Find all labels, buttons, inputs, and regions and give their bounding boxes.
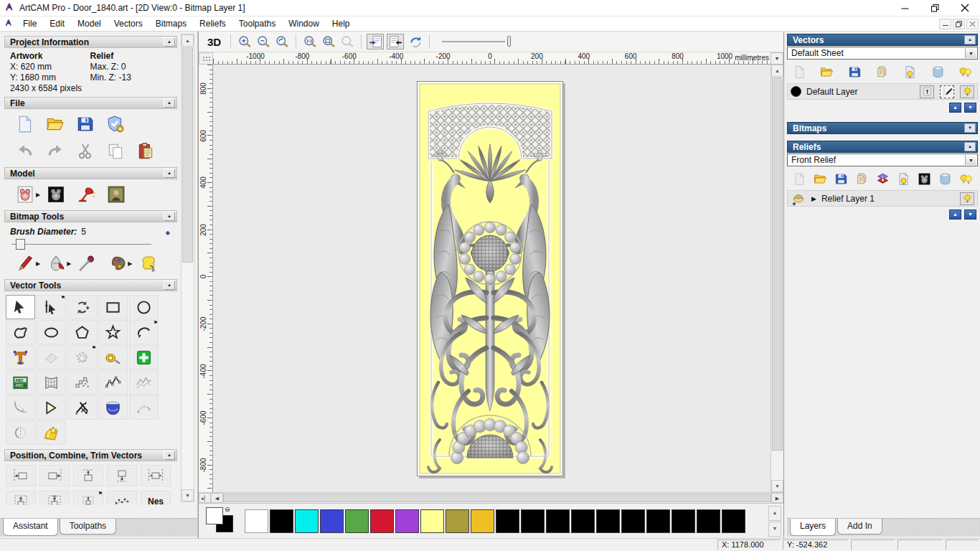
select-icon[interactable] [6, 295, 35, 319]
bulb-page-icon[interactable] [895, 171, 911, 186]
vector-layer-row[interactable]: Default Layer [787, 83, 978, 100]
edit-layer-button[interactable] [940, 85, 954, 98]
palette-swatch-6[interactable] [395, 509, 419, 533]
import-stack-icon[interactable] [875, 65, 890, 79]
palette-swatch-9[interactable] [471, 509, 494, 533]
collapse-button[interactable]: ▲ [964, 35, 976, 44]
assistant-scrollbar[interactable]: ▲ ▼ [181, 34, 194, 502]
canvas-viewport[interactable] [213, 65, 771, 492]
tab-toolpaths[interactable]: Toolpaths [60, 519, 116, 534]
fillet-gray-icon[interactable] [6, 395, 35, 420]
create-ellipse-icon[interactable] [37, 320, 66, 344]
bulbs-all-icon[interactable] [958, 171, 974, 186]
canvas-vertical-scrollbar[interactable]: ▲ ▼ [771, 65, 783, 492]
scroll-thumb[interactable] [772, 77, 783, 451]
create-polygon-icon[interactable] [67, 320, 97, 344]
menu-toolpaths[interactable]: Toolpaths [232, 17, 282, 30]
move-layer-down-button[interactable]: ▼ [964, 103, 976, 113]
scroll-right-icon[interactable]: ▶ [771, 493, 783, 503]
create-arc-icon[interactable]: ⚑ [129, 320, 159, 344]
scroll-left-icon[interactable]: ◀ [211, 493, 223, 503]
undo-icon[interactable] [10, 141, 40, 162]
relief-preview-icon[interactable] [41, 184, 71, 205]
move-layer-up-button[interactable]: ▲ [949, 103, 961, 113]
zoom-previous-icon[interactable] [273, 33, 291, 50]
new-gray-icon[interactable] [791, 171, 807, 186]
flyout-arrow-icon[interactable]: ▶ [36, 260, 40, 267]
layer-stack-icon[interactable] [875, 171, 890, 186]
transform-icon[interactable] [67, 295, 97, 319]
copy-icon[interactable] [100, 141, 131, 162]
menu-help[interactable]: Help [326, 17, 357, 30]
palette-swatch-5[interactable] [370, 509, 394, 533]
zoom-object-gray-icon[interactable] [339, 33, 356, 50]
paste-along-curve-icon[interactable] [67, 370, 97, 395]
bulbs-all-icon[interactable] [958, 65, 974, 79]
brush-diameter-slider[interactable] [0, 237, 180, 250]
palette-swatch-8[interactable] [446, 509, 469, 533]
open-file-icon[interactable] [812, 171, 828, 186]
dropdown-icon[interactable]: ▼ [965, 155, 976, 165]
eraser-trash-icon[interactable] [937, 171, 953, 186]
open-file-icon[interactable] [40, 113, 70, 135]
block-copy-gray-icon[interactable] [37, 345, 66, 369]
scatter-icon[interactable] [107, 491, 137, 505]
extrude-icon[interactable] [98, 395, 128, 420]
menu-bitmaps[interactable]: Bitmaps [149, 17, 193, 30]
palette-swatch-11[interactable] [521, 509, 545, 533]
redo-icon[interactable] [40, 141, 70, 162]
primary-secondary-colour[interactable]: ⊖ [204, 506, 239, 536]
zoom-out-icon[interactable] [255, 33, 272, 50]
ruler-origin-button[interactable] [199, 52, 213, 65]
palette-scroll-down-icon[interactable]: ▼ [768, 522, 781, 537]
tab-assistant[interactable]: Assistant [3, 519, 58, 536]
palette-swatch-18[interactable] [697, 509, 720, 533]
cut-icon[interactable] [70, 141, 100, 162]
menu-model[interactable]: Model [71, 17, 108, 30]
model-check-icon[interactable] [100, 113, 131, 135]
expand-layer-icon[interactable]: ▶ [811, 195, 816, 202]
scroll-up-icon[interactable]: ▲ [182, 34, 194, 47]
collapse-button[interactable]: ▲ [164, 281, 175, 290]
new-gray-icon[interactable] [791, 65, 807, 79]
mdi-restore-button[interactable] [953, 19, 965, 29]
zoom-fit-icon[interactable] [320, 33, 337, 50]
palette-swatch-0[interactable] [245, 509, 268, 533]
measure-icon[interactable] [98, 345, 128, 369]
create-freehand-icon[interactable] [6, 320, 35, 344]
fit-arcs-icon[interactable] [98, 370, 128, 395]
centre-pin-icon[interactable]: ⚑ [73, 491, 103, 505]
pane-split-button[interactable]: ▸▏ [199, 493, 211, 503]
eraser-trash-icon[interactable] [930, 65, 946, 79]
zoom-11-icon[interactable]: 1:1 [301, 33, 319, 50]
import-stack-icon[interactable] [854, 171, 870, 186]
lighting-icon[interactable] [71, 184, 101, 205]
blend-gray-icon[interactable] [129, 395, 159, 420]
create-circle-icon[interactable] [129, 295, 159, 319]
trim-vectors-icon[interactable] [67, 395, 97, 420]
node-edit-icon[interactable]: ⚑ [37, 295, 66, 319]
restore-button[interactable] [920, 0, 950, 17]
relief-layer-row[interactable]: ▶ Relief Layer 1 [787, 190, 978, 207]
scroll-up-icon[interactable]: ▲ [771, 65, 783, 77]
align-left-icon[interactable] [6, 465, 36, 486]
palette-swatch-2[interactable] [295, 509, 319, 533]
dropdown-icon[interactable]: ▼ [965, 48, 976, 58]
align-right-icon[interactable] [39, 465, 70, 486]
simplify-gray-icon[interactable] [129, 370, 159, 395]
layer-visibility-button[interactable] [960, 192, 974, 205]
slider-handle[interactable] [507, 36, 511, 47]
centre-boxed-icon[interactable] [39, 491, 70, 505]
menu-file[interactable]: File [17, 17, 43, 30]
align-top-icon[interactable] [73, 465, 103, 486]
layer-visibility-button[interactable] [960, 85, 974, 98]
move-layer-up-button[interactable]: ▲ [949, 209, 961, 220]
primary-colour-swatch[interactable] [206, 507, 223, 524]
flyout-arrow-icon[interactable]: ▶ [128, 260, 132, 267]
palette-scrollbar[interactable]: ▲ ▼ [768, 506, 781, 537]
slider-handle[interactable] [16, 239, 25, 250]
new-file-icon[interactable] [10, 113, 40, 135]
scroll-thumb[interactable] [223, 494, 771, 502]
collapse-button[interactable]: ▲ [164, 37, 175, 47]
palette-swatch-7[interactable] [420, 509, 444, 533]
